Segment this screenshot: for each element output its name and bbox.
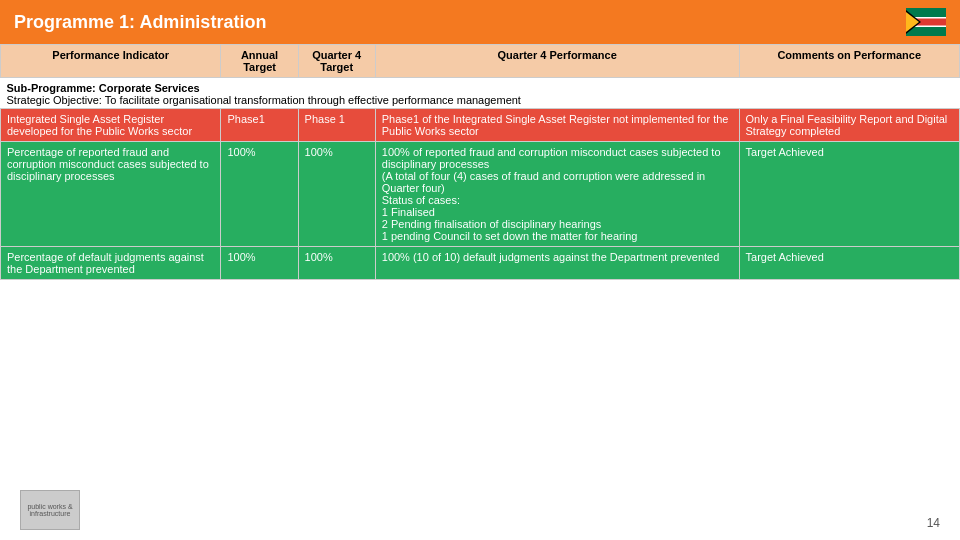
table-row: Percentage of reported fraud and corrupt… (1, 142, 960, 247)
sub-programme-line1: Sub-Programme: Corporate Services (7, 82, 954, 94)
main-table: Performance Indicator Annual Target Quar… (0, 44, 960, 280)
row1-q4perf: Phase1 of the Integrated Single Asset Re… (375, 109, 739, 142)
col-header-q4target: Quarter 4 Target (298, 45, 375, 78)
table-row: Integrated Single Asset Register develop… (1, 109, 960, 142)
col-header-annual: Annual Target (221, 45, 298, 78)
page-title: Programme 1: Administration (14, 12, 266, 33)
footer-logo: public works & infrastructure (20, 490, 80, 530)
row3-annual: 100% (221, 247, 298, 280)
row1-q4target: Phase 1 (298, 109, 375, 142)
row1-annual: Phase1 (221, 109, 298, 142)
row1-comments: Only a Final Feasibility Report and Digi… (739, 109, 959, 142)
sa-flag-icon (906, 8, 946, 36)
sub-programme-line2: Strategic Objective: To facilitate organ… (7, 94, 954, 106)
row3-comments: Target Achieved (739, 247, 959, 280)
page-header: Programme 1: Administration (0, 0, 960, 44)
row2-annual: 100% (221, 142, 298, 247)
col-header-indicator: Performance Indicator (1, 45, 221, 78)
row3-q4target: 100% (298, 247, 375, 280)
col-header-q4perf: Quarter 4 Performance (375, 45, 739, 78)
sub-programme-text: Sub-Programme: Corporate Services Strate… (1, 78, 960, 109)
row2-q4target: 100% (298, 142, 375, 247)
row3-indicator: Percentage of default judgments against … (1, 247, 221, 280)
table-row: Percentage of default judgments against … (1, 247, 960, 280)
row1-indicator: Integrated Single Asset Register develop… (1, 109, 221, 142)
col-header-comments: Comments on Performance (739, 45, 959, 78)
sub-programme-row: Sub-Programme: Corporate Services Strate… (1, 78, 960, 109)
page-number: 14 (927, 516, 940, 530)
row3-q4perf: 100% (10 of 10) default judgments agains… (375, 247, 739, 280)
logo-image: public works & infrastructure (20, 490, 80, 530)
row2-indicator: Percentage of reported fraud and corrupt… (1, 142, 221, 247)
row2-comments: Target Achieved (739, 142, 959, 247)
table-header-row: Performance Indicator Annual Target Quar… (1, 45, 960, 78)
row2-q4perf: 100% of reported fraud and corruption mi… (375, 142, 739, 247)
